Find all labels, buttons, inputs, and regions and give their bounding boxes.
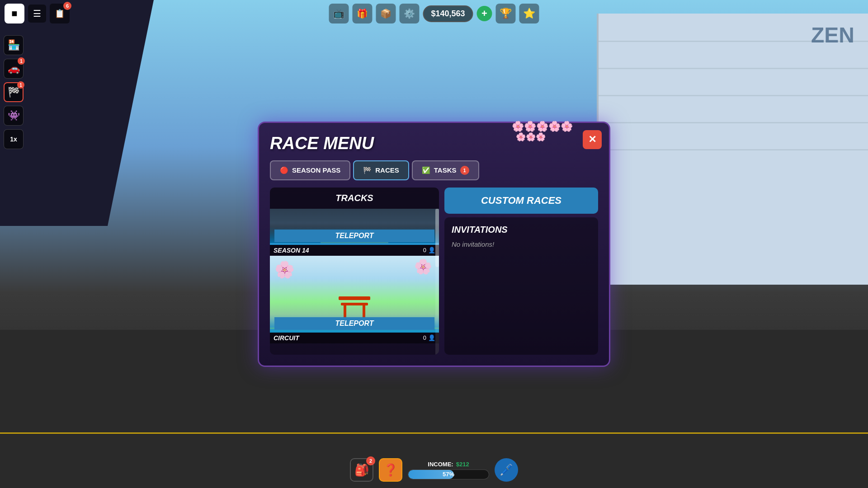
tasks-badge: 1 xyxy=(460,166,469,175)
tab-races[interactable]: 🏁 RACES xyxy=(353,160,409,180)
modal-title: RACE MENU xyxy=(270,134,598,153)
season-pass-icon: 🔴 xyxy=(280,166,288,174)
cherry-tree-left: 🌸 xyxy=(274,260,295,279)
track-item-circuit[interactable]: CIRCUIT 0 👤 xyxy=(270,333,439,343)
no-invitations-text: No invitations! xyxy=(452,240,591,248)
track-name-season14: SEASON 14 xyxy=(274,247,309,254)
teleport-button-2[interactable]: TELEPORT xyxy=(274,317,434,330)
races-label: RACES xyxy=(375,166,399,174)
race-menu-modal: 🌸🌸🌸🌸🌸 🌸🌸🌸 ✕ RACE MENU 🔴 SEASON PASS 🏁 RA… xyxy=(258,122,610,367)
tasks-label: TASKS xyxy=(434,166,457,174)
invitations-title: INVITATIONS xyxy=(452,225,591,235)
player-icon-circuit: 👤 xyxy=(428,334,435,341)
track-players-circuit: 0 👤 xyxy=(423,334,435,341)
torii-top xyxy=(339,296,370,300)
cherry-tree-right: 🌸 xyxy=(414,258,432,275)
close-button[interactable]: ✕ xyxy=(583,130,602,149)
modal-overlay: 🌸🌸🌸🌸🌸 🌸🌸🌸 ✕ RACE MENU 🔴 SEASON PASS 🏁 RA… xyxy=(0,0,868,488)
teleport-button-1[interactable]: TELEPORT xyxy=(274,230,434,242)
player-icon: 👤 xyxy=(428,247,435,253)
custom-races-label: CUSTOM RACES xyxy=(481,195,561,206)
tasks-icon: ✅ xyxy=(422,166,430,174)
scrollbar-thumb xyxy=(435,209,439,267)
track-label-season14: SEASON 14 0 👤 xyxy=(270,245,439,256)
track-players-season14: 0 👤 xyxy=(423,247,435,253)
season-pass-label: SEASON PASS xyxy=(292,166,340,174)
cherry-blossom-decoration: 🌸🌸🌸🌸🌸 xyxy=(512,121,573,132)
tracks-panel: TRACKS TELEPORT xyxy=(270,188,439,355)
modal-content: TRACKS TELEPORT xyxy=(270,188,598,355)
track-name-circuit: CIRCUIT xyxy=(274,334,299,342)
tab-tasks[interactable]: ✅ TASKS 1 xyxy=(412,160,479,180)
track-label-circuit: CIRCUIT 0 👤 xyxy=(270,333,439,343)
tab-bar: 🔴 SEASON PASS 🏁 RACES ✅ TASKS 1 xyxy=(270,160,598,180)
custom-races-button[interactable]: CUSTOM RACES xyxy=(444,188,598,214)
scrollbar[interactable] xyxy=(435,209,439,355)
track-item-season14[interactable]: SEASON 14 0 👤 🌸 🌸 xyxy=(270,245,439,333)
right-panel: CUSTOM RACES INVITATIONS No invitations! xyxy=(444,188,598,355)
tracks-title: TRACKS xyxy=(275,193,434,203)
tracks-list: TELEPORT SEASON 14 0 👤 xyxy=(270,209,439,355)
invitations-panel: INVITATIONS No invitations! xyxy=(444,217,598,355)
track-item-top[interactable]: TELEPORT xyxy=(270,209,439,245)
races-icon: 🏁 xyxy=(363,166,372,174)
tab-season-pass[interactable]: 🔴 SEASON PASS xyxy=(270,160,350,180)
tracks-header: TRACKS xyxy=(270,188,439,209)
